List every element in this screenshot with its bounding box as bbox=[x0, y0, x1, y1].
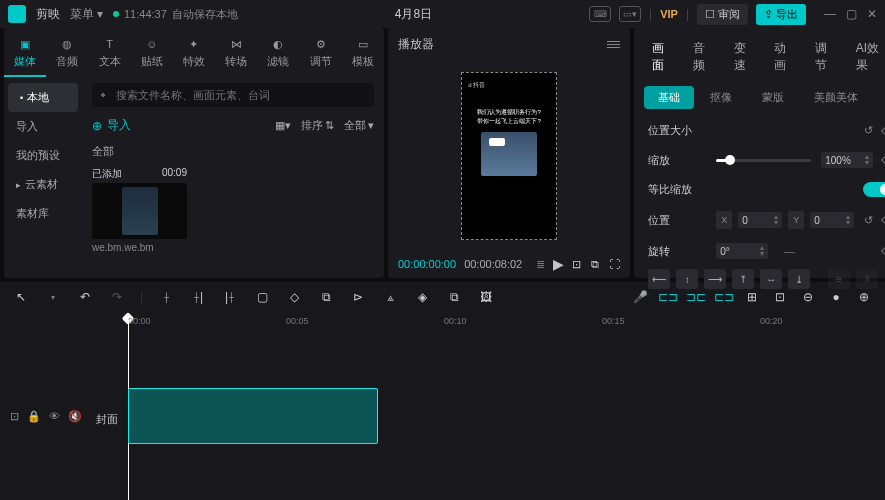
review-icon: ☐ bbox=[705, 8, 715, 21]
tab-sticker[interactable]: ☺贴纸 bbox=[131, 34, 173, 77]
track-lock-icon[interactable]: 🔒 bbox=[27, 410, 41, 423]
timeline-clip[interactable] bbox=[128, 388, 378, 444]
play-button[interactable]: ▶ bbox=[553, 256, 564, 272]
mask-button[interactable]: ◇ bbox=[285, 290, 303, 304]
player-menu-icon[interactable] bbox=[607, 41, 620, 48]
delete-button[interactable]: ▢ bbox=[253, 290, 271, 304]
reset-icon[interactable]: ↺ bbox=[864, 214, 873, 227]
sidebar-item-import[interactable]: 导入 bbox=[4, 112, 82, 141]
vip-badge[interactable]: VIP bbox=[660, 8, 678, 20]
magnet-center-icon[interactable]: ⊐⊏ bbox=[687, 290, 705, 304]
list-icon[interactable]: ≣ bbox=[536, 258, 545, 271]
track-mute-icon[interactable]: 🔇 bbox=[68, 410, 82, 423]
scale-slider[interactable] bbox=[716, 159, 811, 162]
preview-area[interactable]: d 抖音 我们认为遵循职务行为?带你一起飞上云端天下? bbox=[388, 61, 630, 250]
rtab-picture[interactable]: 画面 bbox=[644, 36, 683, 78]
menu-button[interactable]: 菜单 ▾ bbox=[70, 6, 103, 23]
rotate-input[interactable]: 0°▴▾ bbox=[716, 243, 768, 259]
align-center-h-button[interactable]: ↕ bbox=[676, 269, 698, 289]
image-button[interactable]: 🖼 bbox=[477, 290, 495, 304]
align-top-button[interactable]: ⤒ bbox=[732, 269, 754, 289]
close-icon[interactable]: ✕ bbox=[867, 7, 877, 21]
media-clip[interactable]: 已添加00:09 we.bm.we.bm bbox=[92, 167, 187, 253]
align-right-button[interactable]: ⟶ bbox=[704, 269, 726, 289]
rotate-tool[interactable]: ◈ bbox=[413, 290, 431, 304]
ratio-toggle[interactable] bbox=[863, 182, 885, 197]
reset-icon[interactable]: ↺ bbox=[864, 124, 873, 137]
subtab-mask[interactable]: 蒙版 bbox=[748, 86, 798, 109]
tab-media[interactable]: ▣媒体 bbox=[4, 34, 46, 77]
trim-right-button[interactable]: |⟊ bbox=[221, 290, 239, 304]
tab-audio[interactable]: ◍音频 bbox=[46, 34, 88, 77]
preview-icon[interactable]: ⊡ bbox=[771, 290, 789, 304]
select-tool[interactable]: ↖ bbox=[12, 290, 30, 304]
align-center-v-button[interactable]: ↔ bbox=[760, 269, 782, 289]
scale-value[interactable]: 100%▴▾ bbox=[821, 152, 873, 168]
keyframe-icon[interactable] bbox=[881, 123, 885, 137]
view-grid-button[interactable]: ▦▾ bbox=[275, 118, 291, 133]
tab-adjust[interactable]: ⚙调节 bbox=[300, 34, 342, 77]
split-button[interactable]: ⟊ bbox=[157, 290, 175, 304]
sidebar-item-presets[interactable]: 我的预设 bbox=[4, 141, 82, 170]
fullscreen-icon[interactable]: ⛶ bbox=[609, 258, 620, 271]
sidebar-item-library[interactable]: 素材库 bbox=[4, 199, 82, 228]
magnet-right-icon[interactable]: ⊏⊐ bbox=[715, 290, 733, 304]
ratio-icon[interactable]: ⧉ bbox=[591, 258, 599, 271]
keyframe-icon[interactable] bbox=[881, 244, 885, 258]
distribute-v-button[interactable]: ⦀ bbox=[856, 269, 878, 289]
layout-icon[interactable]: ▭▾ bbox=[619, 6, 641, 22]
crop-button[interactable]: ⧉ bbox=[445, 290, 463, 304]
rtab-animation[interactable]: 动画 bbox=[766, 36, 805, 78]
shortcut-icon[interactable]: ⌨ bbox=[589, 6, 611, 22]
tab-effect[interactable]: ✦特效 bbox=[173, 34, 215, 77]
filter-all-button[interactable]: 全部 ▾ bbox=[344, 118, 374, 133]
export-button[interactable]: ⇪导出 bbox=[756, 4, 806, 25]
link-icon[interactable]: ⊞ bbox=[743, 290, 761, 304]
rtab-audio[interactable]: 音频 bbox=[685, 36, 724, 78]
rtab-speed[interactable]: 变速 bbox=[726, 36, 765, 78]
sidebar-item-cloud[interactable]: ▸云素材 bbox=[4, 170, 82, 199]
maximize-icon[interactable]: ▢ bbox=[846, 7, 857, 21]
timeline[interactable]: 00:00 00:05 00:10 00:15 00:20 ⊡ 🔒 👁 🔇 封面 bbox=[0, 312, 885, 500]
select-dropdown-icon[interactable]: ▾ bbox=[44, 293, 62, 302]
minimize-icon[interactable]: — bbox=[824, 7, 836, 21]
copy-button[interactable]: ⧉ bbox=[317, 290, 335, 304]
rotate-reset-icon[interactable]: — bbox=[778, 245, 800, 257]
tab-transition[interactable]: ⋈转场 bbox=[215, 34, 257, 77]
zoom-slider[interactable]: ● bbox=[827, 290, 845, 304]
tab-template[interactable]: ▭模板 bbox=[342, 34, 384, 77]
x-input[interactable]: 0▴▾ bbox=[738, 212, 782, 228]
play-tool[interactable]: ⊳ bbox=[349, 290, 367, 304]
keyframe-icon[interactable] bbox=[881, 153, 885, 167]
zoom-in-icon[interactable]: ⊕ bbox=[855, 290, 873, 304]
keyframe-icon[interactable] bbox=[881, 213, 885, 227]
track-main-icon[interactable]: ⊡ bbox=[10, 410, 19, 423]
redo-button[interactable]: ↷ bbox=[108, 290, 126, 304]
sidebar-item-local[interactable]: •本地 bbox=[8, 83, 78, 112]
tab-filter[interactable]: ◐滤镜 bbox=[257, 34, 299, 77]
sort-button[interactable]: 排序 ⇅ bbox=[301, 118, 334, 133]
tab-text[interactable]: T文本 bbox=[88, 34, 130, 77]
safe-zone-icon[interactable]: ⊡ bbox=[572, 258, 581, 271]
search-input[interactable] bbox=[92, 83, 374, 107]
align-bottom-button[interactable]: ⤓ bbox=[788, 269, 810, 289]
distribute-h-button[interactable]: ≡ bbox=[828, 269, 850, 289]
rtab-adjust[interactable]: 调节 bbox=[807, 36, 846, 78]
y-input[interactable]: 0▴▾ bbox=[810, 212, 854, 228]
rtab-aieffect[interactable]: AI效果 bbox=[848, 36, 885, 78]
trim-left-button[interactable]: ⟊| bbox=[189, 290, 207, 304]
subtab-cutout[interactable]: 抠像 bbox=[696, 86, 746, 109]
review-button[interactable]: ☐审阅 bbox=[697, 4, 748, 25]
zoom-out-icon[interactable]: ⊖ bbox=[799, 290, 817, 304]
mirror-button[interactable]: ⟁ bbox=[381, 290, 399, 304]
ruler[interactable]: 00:00 00:05 00:10 00:15 00:20 bbox=[0, 312, 885, 334]
cover-label[interactable]: 封面 bbox=[96, 412, 118, 427]
import-button[interactable]: ⊕导入 bbox=[92, 117, 131, 134]
magnet-left-icon[interactable]: ⊏⊐ bbox=[659, 290, 677, 304]
mic-icon[interactable]: 🎤 bbox=[631, 290, 649, 304]
track-visible-icon[interactable]: 👁 bbox=[49, 410, 60, 423]
subtab-basic[interactable]: 基础 bbox=[644, 86, 694, 109]
align-left-button[interactable]: ⟵ bbox=[648, 269, 670, 289]
undo-button[interactable]: ↶ bbox=[76, 290, 94, 304]
subtab-beauty[interactable]: 美颜美体 bbox=[800, 86, 872, 109]
